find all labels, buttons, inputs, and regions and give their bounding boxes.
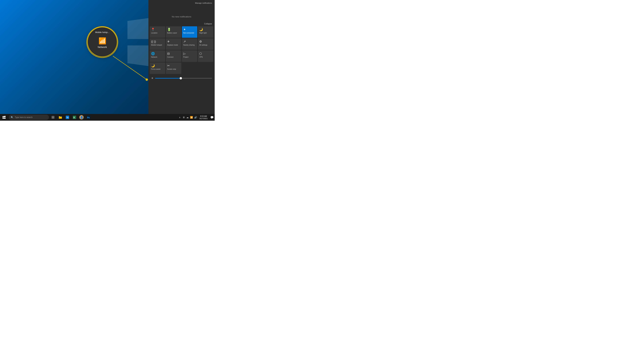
tile-focus-assist[interactable]: 🌙 Focus assist [150, 62, 165, 74]
taskbar: 🔍 Type here to search 🛍 [0, 114, 215, 121]
clock-date: 3/17/2021 [200, 117, 208, 120]
connect-icon: ⊟ [167, 52, 170, 55]
screen-snip-icon: ✂ [167, 64, 170, 67]
file-explorer-icon [59, 116, 62, 119]
brightness-fill [155, 78, 181, 79]
tile-mobile-hotspot-label: Mobile hotspot [151, 44, 162, 46]
start-button[interactable] [0, 114, 8, 121]
svg-rect-4 [53, 116, 54, 117]
tile-project[interactable]: ▷ Project [182, 50, 198, 62]
brightness-track[interactable] [155, 78, 212, 79]
svg-text:X: X [73, 116, 75, 119]
tile-vpn[interactable]: ⬡ VPN [198, 50, 213, 62]
taskbar-apps: 🛍 X 👤 Ps [57, 114, 92, 121]
svg-rect-8 [59, 117, 62, 119]
location-icon: 📍 [151, 28, 155, 31]
photoshop-app[interactable]: Ps [85, 114, 92, 121]
tile-airplane-mode[interactable]: ✈ Airplane mode [166, 38, 181, 50]
onedrive-icon: ☁ [186, 116, 189, 119]
user-avatar: 👤 [79, 115, 84, 119]
svg-rect-6 [53, 117, 54, 118]
wifi-tray-icon[interactable]: 📶 [189, 114, 194, 121]
tile-airplane-mode-label: Airplane mode [167, 44, 178, 46]
tray-overflow[interactable]: ∧ [178, 114, 182, 121]
task-view-icon [52, 116, 54, 119]
airplane-mode-icon: ✈ [167, 40, 170, 43]
onedrive-tray-icon[interactable]: ☁ [186, 114, 189, 121]
brightness-thumb[interactable] [180, 77, 182, 79]
clock-time: 9:53 AM [200, 115, 207, 117]
display-icon: 🖥 [183, 116, 185, 119]
volume-icon: 🔊 [194, 116, 197, 119]
project-icon: ▷ [183, 52, 186, 55]
tile-vpn-label: VPN [199, 56, 203, 58]
display-tray-icon[interactable]: 🖥 [182, 114, 186, 121]
windows-start-icon [2, 116, 6, 119]
bluetooth-icon: ✦ [183, 28, 186, 31]
brightness-icon: ☀ [151, 77, 154, 80]
tile-nearby-sharing[interactable]: ↗ Nearby sharing [182, 38, 198, 50]
tile-screen-snip-label: Screen snip [167, 68, 176, 70]
tile-focus-assist-label: Focus assist [151, 68, 160, 70]
svg-text:🛍: 🛍 [66, 116, 68, 119]
search-icon: 🔍 [11, 116, 14, 119]
network-icon: 🌐 [151, 52, 155, 55]
task-view-button[interactable] [50, 114, 56, 121]
excel-icon: X [73, 116, 76, 119]
brightness-row: ☀ [148, 75, 215, 82]
tile-all-settings[interactable]: ⚙ All settings [198, 38, 213, 50]
focus-assist-icon: 🌙 [151, 64, 155, 67]
file-explorer-app[interactable] [57, 114, 64, 121]
nearby-sharing-icon: ↗ [183, 40, 186, 43]
night-light-icon: 🌙 [199, 28, 203, 31]
tile-all-settings-label: All settings [199, 44, 207, 46]
tile-location[interactable]: 📍 Location [150, 26, 165, 38]
tile-not-connected-label: Not connected [183, 32, 194, 34]
svg-rect-3 [52, 116, 53, 117]
tile-project-label: Project [183, 56, 188, 58]
svg-point-2 [146, 78, 148, 81]
action-center: Manage notifications No new notification… [148, 0, 215, 114]
tile-screen-snip[interactable]: ✂ Screen snip [166, 62, 181, 74]
tile-not-connected[interactable]: ✦ Not connected [182, 26, 198, 38]
mobile-hotspot-icon: ((·)) [151, 40, 156, 43]
tile-battery-saver[interactable]: 🔋 Battery saver [166, 26, 181, 38]
tile-night-light[interactable]: 🌙 Night light [198, 26, 213, 38]
search-placeholder: Type here to search [15, 116, 32, 118]
tile-night-light-label: Night light [199, 32, 206, 34]
all-settings-icon: ⚙ [199, 40, 202, 43]
excel-app[interactable]: X [71, 114, 78, 121]
svg-text:Ps: Ps [87, 116, 90, 119]
tile-network-label: Network [151, 56, 157, 58]
clock[interactable]: 9:53 AM 3/17/2021 [198, 114, 209, 121]
vpn-icon: ⬡ [199, 52, 202, 55]
search-box[interactable]: 🔍 Type here to search [9, 115, 49, 120]
tile-network[interactable]: 🌐 Network [150, 50, 165, 62]
collapse-button[interactable]: Collapse [148, 21, 215, 26]
photoshop-icon: Ps [87, 116, 90, 119]
tile-battery-saver-label: Battery saver [167, 32, 177, 34]
tile-connect[interactable]: ⊟ Connect [166, 50, 181, 62]
svg-rect-5 [52, 117, 53, 118]
magnifier-label: Network [98, 45, 107, 48]
volume-tray-icon[interactable]: 🔊 [194, 114, 198, 121]
manage-notifications-link[interactable]: Manage notifications [195, 2, 212, 4]
notification-icon: 💬 [210, 116, 214, 119]
battery-saver-icon: 🔋 [167, 28, 171, 31]
store-icon: 🛍 [66, 116, 69, 119]
magnifier-circle: Mobile hotsp... 📶 Network [87, 27, 118, 57]
tile-nearby-sharing-label: Nearby sharing [183, 44, 195, 46]
quick-actions-grid: 📍 Location 🔋 Battery saver ✦ Not connect… [148, 26, 215, 75]
magnifier-container: Mobile hotsp... 📶 Network [87, 27, 118, 57]
tile-location-label: Location [151, 32, 158, 34]
system-tray: ∧ 🖥 ☁ 📶 🔊 9:53 AM 3/17/2021 💬 [178, 114, 215, 121]
tile-mobile-hotspot[interactable]: ((·)) Mobile hotspot [150, 38, 165, 50]
wifi-icon: 📶 [190, 116, 193, 119]
chevron-up-icon: ∧ [179, 116, 180, 119]
magnifier-content-icon: 📶 [98, 37, 106, 44]
store-app[interactable]: 🛍 [64, 114, 71, 121]
notification-center-button[interactable]: 💬 [209, 114, 215, 121]
magnifier-title: Mobile hotsp... [95, 31, 110, 33]
tile-connect-label: Connect [167, 56, 174, 58]
user-app[interactable]: 👤 [78, 114, 85, 121]
